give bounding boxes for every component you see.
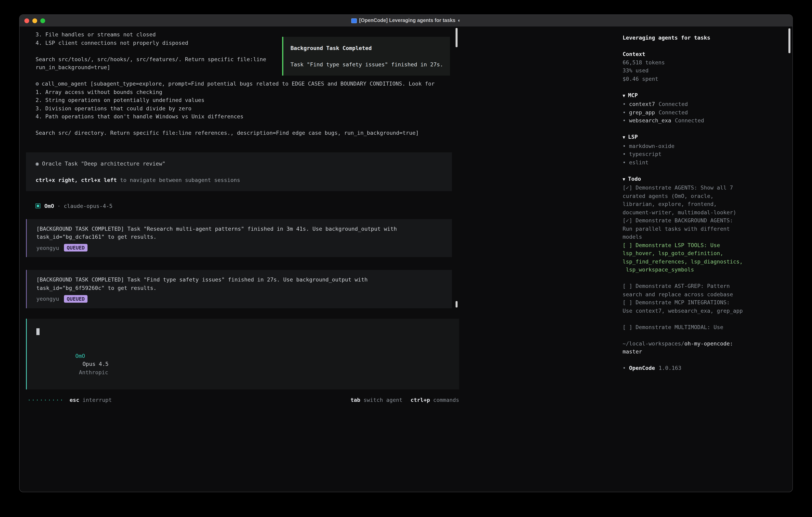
tab-key-label: switch agent [364,397,402,403]
bullet-icon: • [622,117,626,124]
workspace-branch: master [622,348,780,356]
terminal-blank-line [35,120,461,129]
todo-item-done: [✓] Demonstrate AGENTS: Show all 7 curat… [622,184,780,216]
message-text: task_id="bg_6f59260c" to get results. [36,284,442,292]
workspace-path: ~/local-workspaces/oh-my-opencode: [622,339,780,348]
fisheye-icon: ◉ [35,160,39,166]
bullet-icon: • [622,101,626,107]
bullet-icon: • [622,159,626,165]
terminal-window: [OpenCode] Leveraging agents for tasks ◐… [19,15,793,492]
terminal-line: 2. String operations on potentially unde… [35,96,461,104]
active-agent-label: OmO [75,352,85,359]
todo-item-current: [ ] Demonstrate LSP TOOLS: Use lsp_hover… [622,241,780,274]
text-cursor [36,328,39,335]
session-state-icon: ◐ [458,17,461,25]
prompt-input[interactable]: OmO Opus 4.5 Anthropic [26,319,459,389]
mcp-item: •websearch_exaConnected [622,116,780,125]
oracle-task-title: Oracle Task "Deep architecture review" [42,160,166,166]
agent-model: claude-opus-4-5 [64,202,113,210]
mcp-item: •grep_appConnected [622,108,780,116]
spinner-dots: ········· [28,396,64,404]
agent-header: OmO · claude-opus-4-5 [35,202,461,210]
session-title: Leveraging agents for tasks [622,34,780,42]
ctrlp-key-label: commands [433,397,459,403]
chat-column: 3. File handles or streams not closed 4.… [20,27,461,492]
terminal-line: Search src/ directory. Return specific f… [35,129,461,137]
status-badge: QUEUED [64,244,88,252]
model-line: OmO Opus 4.5 Anthropic [36,344,450,384]
tab-key-hint: tab [351,397,360,403]
collapse-icon: ▼ [622,135,625,140]
message-block: [BACKGROUND TASK COMPLETED] Task "Find t… [26,270,452,308]
toast-body: Task "Find type safety issues" finished … [291,60,443,69]
esc-key-label: interrupt [83,396,112,404]
session-sidebar: Leveraging agents for tasks Context 66,5… [615,27,792,492]
toast-title: Background Task Completed [291,44,443,52]
mcp-section-header[interactable]: ▼MCP [622,91,780,100]
mcp-item: •context7Connected [622,100,780,108]
gear-icon: ⚙ [35,80,39,87]
context-heading: Context [622,50,780,58]
lsp-item: •eslint [622,158,780,166]
shortcut-keys: ctrl+x right, ctrl+x left [35,176,117,183]
message-block: [BACKGROUND TASK COMPLETED] Task "Resear… [26,219,452,257]
terminal-line: 3. Division operations that could divide… [35,104,461,112]
provider-label: Anthropic [79,369,108,375]
terminal-line: 1. Array access without bounds checking [35,88,461,96]
minimize-button[interactable] [32,18,37,23]
lsp-item: •markdown-oxide [622,142,780,150]
background-task-toast[interactable]: Background Task Completed Task "Find typ… [282,37,450,75]
traffic-lights [24,15,45,26]
agent-name: OmO [45,202,54,210]
oracle-task-panel: ◉Oracle Task "Deep architecture review" … [26,152,452,191]
version-line: •OpenCode1.0.163 [622,364,780,372]
terminal-line: 4. Path operations that don't handle Win… [35,112,461,120]
maximize-button[interactable] [40,18,45,23]
desktop: [OpenCode] Leveraging agents for tasks ◐… [0,0,812,517]
sidebar-scrollbar-thumb[interactable] [788,28,790,53]
tool-call-line: ⚙call_omo_agent [subagent_type=explore, … [35,80,461,88]
esc-key-hint: esc [69,396,79,404]
window-title: [OpenCode] Leveraging agents for tasks [359,17,455,25]
agent-square-icon [35,204,40,209]
bullet-icon: • [622,365,626,371]
close-button[interactable] [24,18,29,23]
opencode-brand: OpenCode [629,365,655,371]
collapse-icon: ▼ [622,176,625,182]
window-titlebar[interactable]: [OpenCode] Leveraging agents for tasks ◐ [20,15,792,27]
active-model-label: Opus 4.5 [83,361,109,367]
todo-item-pending: [ ] Demonstrate AST-GREP: Pattern search… [622,282,780,298]
bullet-icon: • [622,142,626,149]
lsp-item: •typescript [622,150,780,158]
message-text: task_id="bg_dcfac161" to get results. [36,233,442,241]
context-spent: $0.46 spent [622,75,780,83]
separator-dot: · [57,202,61,210]
chat-scrollbar-thumb[interactable] [456,28,458,47]
message-text: [BACKGROUND TASK COMPLETED] Task "Find t… [36,275,442,284]
todo-item-pending: [ ] Demonstrate MCP INTEGRATIONS: Use co… [622,298,780,315]
todo-item-pending: [ ] Demonstrate MULTIMODAL: Use [622,323,780,331]
chat-scrollbar-thumb[interactable] [456,301,458,307]
bullet-icon: • [622,109,626,115]
shortcut-hint: to navigate between subagent sessions [117,176,240,183]
collapse-icon: ▼ [622,93,625,98]
message-text: [BACKGROUND TASK COMPLETED] Task "Resear… [36,224,442,233]
context-used: 33% used [622,66,780,75]
todo-section-header[interactable]: ▼Todo [622,174,780,184]
status-bar: ········· esc interrupt tabswitch agent … [28,396,459,404]
tool-call-text: call_omo_agent [subagent_type=explore, p… [41,80,435,87]
ctrlp-key-hint: ctrl+p [410,397,430,403]
message-author: yeongyu [36,244,59,252]
message-author: yeongyu [36,295,59,303]
app-icon [351,18,357,23]
bullet-icon: • [622,151,626,157]
todo-item-done: [✓] Demonstrate BACKGROUND AGENTS: Run p… [622,216,780,241]
lsp-section-header[interactable]: ▼LSP [622,133,780,142]
status-badge: QUEUED [64,295,88,303]
context-tokens: 66,518 tokens [622,58,780,66]
opencode-version: 1.0.163 [659,365,681,371]
